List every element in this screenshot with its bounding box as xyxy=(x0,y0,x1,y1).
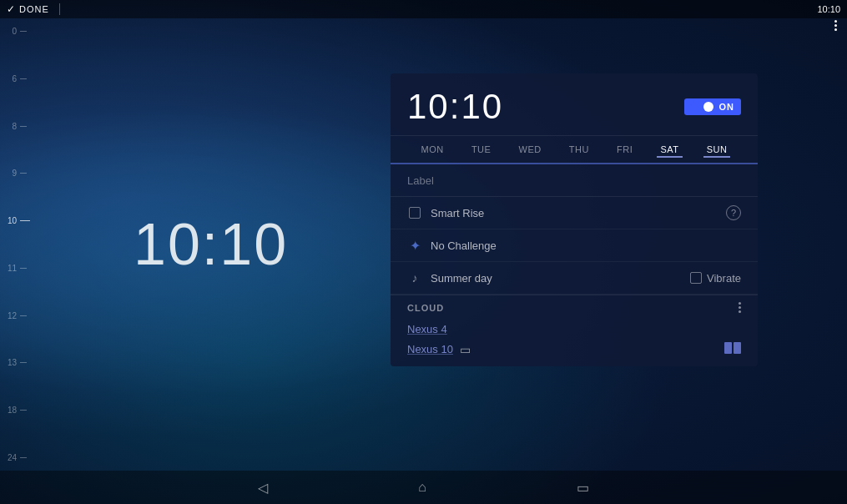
day-tue[interactable]: TUE xyxy=(468,143,495,156)
cloud-dot-3 xyxy=(739,310,741,313)
nexus4-device-item[interactable]: Nexus 4 xyxy=(407,320,741,339)
no-challenge-label[interactable]: No Challenge xyxy=(431,239,741,252)
status-bar: ✓ DONE 10:10 xyxy=(0,0,847,18)
alarm-panel: 10:10 ON MON TUE WED THU FRI SAT SUN Lab… xyxy=(391,73,758,366)
day-wed[interactable]: WED xyxy=(516,143,545,156)
dot-3 xyxy=(834,28,837,31)
clock-time: 10:10 xyxy=(134,211,288,278)
divider xyxy=(59,3,60,15)
label-placeholder: Label xyxy=(407,174,434,187)
vibrate-action: Vibrate xyxy=(690,272,741,285)
done-label: DONE xyxy=(19,4,49,14)
clock-container: 10:10 xyxy=(0,18,325,471)
status-bar-left: ✓ DONE xyxy=(7,3,60,15)
ringtone-label[interactable]: Summer day xyxy=(431,272,690,285)
bottom-nav: ◁ ⌂ ▭ xyxy=(0,471,847,504)
check-icon: ✓ xyxy=(7,3,16,15)
cloud-menu-button[interactable] xyxy=(739,302,741,313)
menu-dots-button[interactable] xyxy=(831,18,840,33)
music-icon: ♪ xyxy=(407,270,422,285)
no-challenge-row: ✦ No Challenge xyxy=(391,229,758,262)
day-mon[interactable]: MON xyxy=(418,143,447,156)
status-bar-right: 10:10 xyxy=(817,4,840,14)
nexus10-device-item[interactable]: Nexus 10 ▭ xyxy=(407,339,741,360)
label-field[interactable]: Label xyxy=(391,164,758,197)
vibrate-checkbox[interactable] xyxy=(690,272,702,284)
cloud-section: CLOUD Nexus 4 Nexus 10 ▭ xyxy=(391,295,758,366)
help-icon[interactable]: ? xyxy=(726,205,741,220)
sync-icon xyxy=(724,342,741,356)
status-time: 10:10 xyxy=(817,4,840,14)
vibrate-label: Vibrate xyxy=(707,272,741,285)
toggle-on-button[interactable]: ON xyxy=(684,98,742,115)
dot-2 xyxy=(834,24,837,27)
checkbox-icon xyxy=(407,205,422,220)
puzzle-icon: ✦ xyxy=(407,238,422,253)
back-button[interactable]: ◁ xyxy=(258,480,268,496)
day-sun[interactable]: SUN xyxy=(703,143,731,158)
tablet-icon: ▭ xyxy=(460,343,471,356)
toggle-track xyxy=(691,101,714,113)
smart-rise-help: ? xyxy=(726,205,741,220)
alarm-time: 10:10 xyxy=(407,87,503,127)
ringtone-row: ♪ Summer day Vibrate xyxy=(391,262,758,295)
smart-rise-row: Smart Rise ? xyxy=(391,197,758,229)
nexus10-device-name: Nexus 10 xyxy=(407,343,453,355)
svg-rect-0 xyxy=(724,342,732,354)
svg-rect-1 xyxy=(734,342,741,354)
cloud-dot-1 xyxy=(739,302,741,305)
cloud-header: CLOUD xyxy=(407,302,741,313)
day-thu[interactable]: THU xyxy=(566,143,592,156)
recent-button[interactable]: ▭ xyxy=(577,480,589,496)
dot-1 xyxy=(834,20,837,23)
cloud-dot-2 xyxy=(739,306,741,309)
smart-rise-label: Smart Rise xyxy=(431,207,726,219)
done-button[interactable]: ✓ DONE xyxy=(7,3,49,15)
alarm-header: 10:10 ON xyxy=(391,73,758,136)
home-button[interactable]: ⌂ xyxy=(418,480,426,495)
smart-rise-checkbox[interactable] xyxy=(409,207,421,219)
toggle-thumb xyxy=(703,102,713,112)
days-row: MON TUE WED THU FRI SAT SUN xyxy=(391,136,758,164)
day-fri[interactable]: FRI xyxy=(613,143,636,156)
toggle-label: ON xyxy=(719,102,735,112)
cloud-label: CLOUD xyxy=(407,303,444,313)
nexus4-device-name: Nexus 4 xyxy=(407,323,447,335)
day-sat[interactable]: SAT xyxy=(657,143,682,158)
